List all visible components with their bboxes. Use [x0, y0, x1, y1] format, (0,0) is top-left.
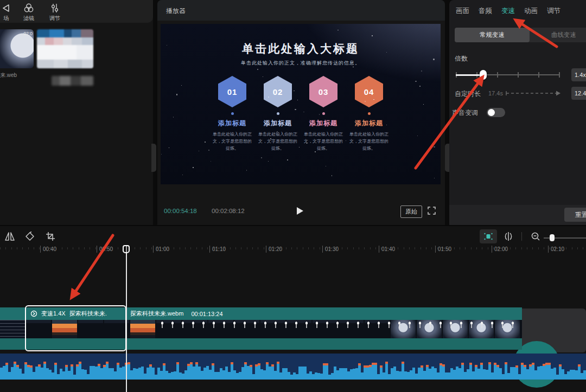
waveform-bar: [583, 370, 586, 380]
multiplier-slider[interactable]: [449, 69, 569, 81]
star-decor: [211, 161, 211, 162]
adjust-tool[interactable]: 调节: [46, 3, 64, 22]
hex-item: 04 添加标题 单击此处输入你的正文，文字是您思想的提炼。: [348, 76, 390, 152]
ruler-label[interactable]: 02:10: [548, 246, 564, 253]
slider-tick: [538, 72, 539, 78]
normal-speed-tab[interactable]: 常规变速: [455, 28, 530, 42]
star-decor: [337, 30, 339, 31]
player-stage: 单击此处输入大标题 单击此处输入你的正文，准确理解您传达的信息。 01 添加标题…: [161, 24, 441, 184]
toggle-knob: [488, 109, 495, 116]
star-decor: [353, 67, 353, 67]
mirror-tool[interactable]: [3, 229, 17, 243]
slider-handle[interactable]: [480, 70, 487, 80]
ruler-label[interactable]: 01:10: [209, 246, 226, 253]
media-thumbnail-moon[interactable]: 02:0: [0, 29, 34, 68]
reset-button[interactable]: 重置: [564, 208, 586, 222]
thumbnail-duration: 02:0: [23, 31, 33, 36]
star-decor: [285, 135, 285, 136]
preview-axis-toggle[interactable]: [480, 229, 497, 243]
media-thumbnail-blurred[interactable]: [37, 29, 93, 68]
duration-arrow: [505, 90, 562, 97]
film-frame: [130, 320, 155, 338]
panel-footer: 重置: [449, 205, 586, 225]
hex-body: 单击此处输入你的正文，文字是您思想的提炼。: [258, 131, 298, 152]
ruler-label[interactable]: 00:50: [97, 246, 113, 253]
star-decor: [169, 147, 169, 148]
rotate-icon: [24, 231, 35, 242]
speed-mode-toggle: 常规变速 曲线变速: [455, 28, 586, 42]
play-icon: [296, 207, 304, 215]
tab-audio[interactable]: 音频: [477, 7, 493, 16]
panel-collapse-handle-left[interactable]: [151, 144, 156, 172]
zoom-out-icon: [531, 232, 540, 241]
original-quality-button[interactable]: 原始: [400, 205, 422, 218]
multiplier-value[interactable]: 1.4x: [571, 68, 586, 81]
slide-title: 单击此处输入大标题: [161, 41, 441, 56]
hex-label: 添加标题: [309, 119, 337, 128]
playhead[interactable]: [123, 245, 130, 253]
filter-tool[interactable]: 滤镜: [20, 3, 38, 22]
tab-picture[interactable]: 画面: [455, 7, 470, 16]
hex-shape: 04: [355, 76, 383, 107]
tab-speed[interactable]: 变速: [500, 7, 516, 16]
media-filename-blurred: [52, 76, 93, 86]
hex-body: 单击此处输入你的正文，文字是您思想的提炼。: [349, 131, 389, 152]
ruler-label[interactable]: 01:40: [379, 246, 395, 253]
star-decor: [270, 138, 271, 139]
mirror-icon: [4, 232, 15, 241]
clip-duration: 00:01:13:24: [191, 311, 222, 317]
curve-speed-tab[interactable]: 曲线变速: [530, 28, 586, 42]
star-decor: [332, 175, 333, 176]
tab-animation[interactable]: 动画: [523, 7, 539, 16]
multiplier-label: 倍数: [455, 54, 468, 63]
player-header: 播放器: [157, 0, 445, 21]
player-panel: 播放器 单击此处输入大标题 单击此处输入你的正文，准确理解您传达的信息。 01 …: [157, 0, 445, 225]
hex-item: 03 添加标题 单击此处输入你的正文，文字是您思想的提炼。: [303, 76, 344, 152]
star-decor: [326, 166, 326, 166]
ruler-label[interactable]: 01:50: [435, 246, 451, 253]
hex-label: 添加标题: [355, 119, 383, 128]
star-decor: [315, 151, 316, 152]
hex-body: 单击此处输入你的正文，文字是您思想的提炼。: [303, 131, 343, 152]
hex-body: 单击此处输入你的正文，文字是您思想的提炼。: [212, 131, 252, 152]
transition-tool[interactable]: 场: [0, 3, 15, 22]
split-tool[interactable]: [501, 229, 515, 243]
star-decor: [205, 142, 206, 143]
audio-track[interactable]: [0, 354, 586, 380]
star-decor: [173, 117, 174, 117]
transition-label: 场: [0, 15, 15, 22]
ruler-label[interactable]: 00:40: [40, 246, 56, 253]
hexagon-row: 01 添加标题 单击此处输入你的正文，文字是您思想的提炼。 02 添加标题 单击…: [161, 76, 441, 152]
clip-label: 探索科技未来.webm 00:01:13:24: [130, 310, 223, 318]
custom-duration-label: 自定时长: [455, 89, 481, 99]
total-time: 00:02:08:12: [212, 208, 245, 214]
crop-icon: [46, 232, 55, 241]
pitch-toggle[interactable]: [487, 108, 505, 117]
playhead-line: [126, 246, 127, 392]
preview-axis-icon: [483, 232, 493, 241]
star-decor: [268, 161, 269, 162]
star-decor: [421, 70, 422, 71]
adjust-label: 调节: [46, 15, 64, 22]
ruler-label[interactable]: 01:00: [153, 246, 169, 253]
hex-label: 添加标题: [218, 119, 246, 128]
slider-tick: [559, 72, 560, 78]
fullscreen-button[interactable]: [428, 207, 436, 215]
rotate-tool[interactable]: [23, 229, 37, 243]
clip-selection-border[interactable]: [25, 305, 126, 351]
hex-shape: 01: [218, 76, 246, 107]
hex-item: 01 添加标题 单击此处输入你的正文，文字是您思想的提炼。: [212, 76, 253, 152]
ruler-label[interactable]: 01:20: [266, 246, 282, 253]
zoom-slider-knob[interactable]: [550, 234, 555, 241]
custom-duration-value[interactable]: 12.4s: [571, 87, 586, 100]
hex-item: 02 添加标题 单击此处输入你的正文，文字是您思想的提炼。: [257, 76, 298, 152]
media-filename: 来.web: [0, 72, 43, 79]
star-decor: [261, 157, 262, 158]
crop-tool[interactable]: [43, 229, 58, 243]
tab-adjust[interactable]: 调节: [546, 7, 562, 16]
play-button[interactable]: [294, 205, 306, 217]
star-decor: [434, 146, 435, 147]
zoom-out-button[interactable]: [528, 229, 543, 243]
ruler-label[interactable]: 01:30: [322, 246, 339, 253]
ruler-label[interactable]: 02:00: [492, 246, 508, 253]
